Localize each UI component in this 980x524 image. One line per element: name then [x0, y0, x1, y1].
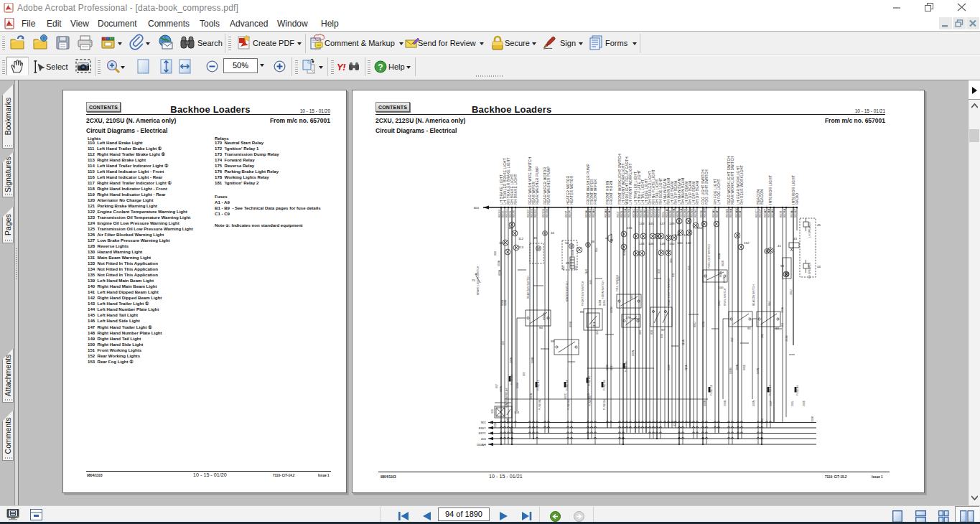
svg-text:303M: 303M: [785, 335, 788, 342]
svg-text:806: 806: [670, 258, 673, 263]
svg-text:800ED: 800ED: [531, 209, 533, 217]
svg-text:800AB: 800AB: [771, 209, 774, 217]
svg-text:100K: 100K: [668, 364, 671, 370]
svg-text:111: 111: [508, 226, 513, 230]
svg-text:800CB: 800CB: [658, 208, 661, 217]
svg-text:44: 44: [817, 265, 821, 268]
svg-text:800CT: 800CT: [755, 208, 758, 217]
svg-text:200N: 200N: [736, 364, 739, 370]
svg-text:800SA: 800SA: [624, 209, 627, 217]
svg-text:800EE: 800EE: [534, 209, 537, 217]
svg-text:35: 35: [533, 236, 537, 240]
svg-text:820B: 820B: [702, 321, 705, 327]
svg-text:147: 147: [660, 222, 666, 225]
svg-text:49: 49: [566, 261, 569, 265]
svg-text:860: 860: [639, 330, 642, 334]
svg-text:901E: 901E: [743, 364, 746, 370]
svg-text:800NB: 800NB: [683, 208, 686, 217]
svg-text:FUSE B4: FUSE B4: [603, 399, 606, 410]
svg-text:108H: 108H: [516, 382, 519, 388]
svg-text:115A: 115A: [593, 321, 596, 327]
svg-text:800FF: 800FF: [498, 209, 501, 217]
svg-text:100: 100: [718, 286, 724, 289]
svg-text:363: 363: [781, 323, 784, 327]
svg-text:800AA: 800AA: [767, 209, 770, 217]
svg-text:REAR WASHER PUMP: REAR WASHER PUMP: [547, 166, 551, 205]
svg-text:RH BRAKE LIGHT: RH BRAKE LIGHT: [514, 174, 518, 205]
svg-text:907B: 907B: [530, 393, 533, 399]
svg-text:FOG LIGHT SWITCH: FOG LIGHT SWITCH: [708, 244, 711, 268]
svg-text:155: 155: [627, 226, 633, 230]
svg-text:800ND: 800ND: [691, 208, 694, 217]
svg-text:149: 149: [669, 222, 675, 225]
svg-text:800CP: 800CP: [759, 208, 762, 217]
svg-text:800CE: 800CE: [647, 208, 650, 217]
svg-text:102: 102: [523, 372, 526, 376]
svg-text:200K: 200K: [811, 416, 814, 422]
svg-text:303J: 303J: [790, 289, 793, 295]
svg-text:R/W/L SWITCH: R/W/L SWITCH: [724, 288, 727, 306]
svg-text:FUSE A6: FUSE A6: [796, 385, 799, 396]
svg-text:41: 41: [778, 244, 781, 248]
svg-text:FUSE A5: FUSE A5: [588, 376, 591, 386]
svg-text:800AJ: 800AJ: [790, 210, 793, 217]
svg-text:34: 34: [551, 231, 554, 235]
svg-text:IGNITION RELAY: IGNITION RELAY: [505, 388, 508, 408]
svg-text:LH SPEAKER: LH SPEAKER: [808, 222, 811, 238]
svg-text:RH DIP BEAM: RH DIP BEAM: [696, 181, 699, 205]
svg-text:836: 836: [661, 334, 663, 338]
svg-text:103A: 103A: [498, 260, 500, 266]
svg-text:800SB: 800SB: [627, 209, 630, 217]
svg-text:884: 884: [768, 301, 771, 306]
svg-text:139: 139: [675, 233, 681, 237]
svg-text:800HL: 800HL: [513, 209, 515, 217]
svg-text:200H: 200H: [761, 418, 764, 424]
svg-text:800AY: 800AY: [716, 209, 719, 217]
svg-text:861A: 861A: [718, 253, 721, 259]
svg-text:146: 146: [648, 242, 654, 245]
svg-text:INTERIOR LIGHT: INTERIOR LIGHT: [769, 175, 773, 205]
svg-text:818B: 818B: [504, 299, 507, 306]
svg-text:92: 92: [775, 327, 779, 330]
svg-text:830M: 830M: [510, 427, 513, 434]
svg-text:200: 200: [481, 437, 487, 441]
svg-text:108M: 108M: [531, 357, 534, 363]
svg-text:800BD: 800BD: [636, 209, 639, 217]
svg-text:141: 141: [683, 233, 689, 237]
svg-text:800AG: 800AG: [589, 209, 592, 217]
svg-text:800G: 800G: [502, 210, 505, 217]
svg-text:153: 153: [697, 226, 703, 230]
svg-text:LH FRONT WORKLIGHT: LH FRONT WORKLIGHT: [629, 163, 633, 205]
svg-text:800AP: 800AP: [764, 209, 767, 217]
svg-text:830: 830: [562, 266, 565, 270]
svg-text:800M: 800M: [669, 210, 672, 217]
svg-text:FUSE B1: FUSE B1: [538, 399, 541, 410]
svg-text:800MA: 800MA: [673, 208, 676, 217]
svg-text:800T: 800T: [617, 210, 620, 217]
svg-text:110A: 110A: [682, 339, 685, 345]
svg-text:FUSE B2: FUSE B2: [567, 399, 570, 410]
svg-text:814: 814: [595, 248, 598, 252]
svg-text:865: 865: [630, 294, 633, 299]
svg-text:FUSE B6: FUSE B6: [603, 380, 606, 390]
svg-text:FUSE B5: FUSE B5: [625, 361, 627, 372]
svg-text:113: 113: [518, 245, 524, 249]
svg-text:800R: 800R: [780, 210, 783, 217]
svg-text:800DB: 800DB: [543, 312, 546, 320]
svg-text:RADIO: RADIO: [795, 193, 799, 205]
svg-text:907C: 907C: [564, 393, 567, 399]
svg-text:RH SPEAKER: RH SPEAKER: [808, 262, 811, 279]
svg-text:148: 148: [660, 242, 666, 245]
svg-text:828: 828: [650, 330, 653, 334]
svg-text:921A: 921A: [494, 421, 497, 428]
svg-text:110M: 110M: [606, 364, 609, 370]
svg-text:832: 832: [672, 273, 675, 277]
svg-text:200B: 200B: [724, 400, 727, 406]
svg-text:858A: 858A: [623, 249, 626, 256]
svg-text:921: 921: [491, 409, 494, 413]
svg-text:110: 110: [499, 241, 505, 245]
svg-text:100M: 100M: [704, 400, 706, 406]
svg-text:800GL: 800GL: [505, 209, 508, 217]
svg-text:50: 50: [565, 241, 569, 245]
svg-text:311: 311: [761, 334, 764, 338]
